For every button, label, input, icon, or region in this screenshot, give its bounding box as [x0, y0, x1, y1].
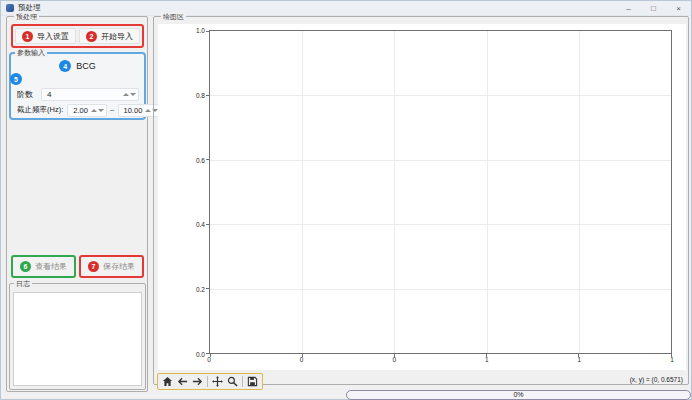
toolbar-separator	[207, 376, 208, 387]
import-buttons-frame: 1 导入设置 2 开始导入	[11, 24, 144, 48]
app-icon	[6, 4, 14, 12]
x-tick-label: 1	[485, 356, 489, 363]
order-row: 阶数 4	[17, 87, 139, 101]
import-settings-label: 导入设置	[37, 31, 69, 42]
cutoff-high-value: 10.00	[124, 106, 143, 115]
window-controls: – □ ×	[616, 1, 691, 16]
cutoff-low-spin-arrows	[91, 109, 104, 112]
signal-type-label: BCG	[76, 61, 96, 71]
spin-down-icon[interactable]	[98, 109, 104, 112]
parameter-group-label: 参数输入	[15, 48, 47, 57]
order-spin-arrows	[123, 93, 136, 96]
log-group: 日志	[9, 283, 146, 390]
save-results-label: 保存结果	[103, 261, 135, 272]
log-output[interactable]	[13, 292, 142, 386]
result-buttons-row: 6 查看结果 7 保存结果	[11, 255, 144, 278]
annotation-badge-4: 4	[59, 60, 71, 72]
plot-nav-toolbar	[157, 373, 263, 390]
cutoff-label: 截止频率(Hz):	[17, 105, 63, 115]
titlebar: 预处理 – □ ×	[1, 1, 691, 16]
back-icon[interactable]	[177, 376, 188, 387]
start-import-label: 开始导入	[101, 31, 133, 42]
preprocess-group: 预处理 1 导入设置 2 开始导入 参数输入 4 BCG 5 阶数 4	[6, 16, 148, 392]
plot-canvas[interactable]: 1.00.80.60.40.20.0 000111	[158, 24, 686, 370]
order-label: 阶数	[17, 89, 33, 100]
y-tick-labels: 1.00.80.60.40.20.0	[158, 30, 205, 354]
y-tick-label: 0.4	[196, 221, 205, 228]
x-tick-label: 0	[207, 356, 211, 363]
order-value: 4	[47, 90, 123, 99]
spin-up-icon[interactable]	[91, 109, 97, 112]
x-tick-label: 0	[392, 356, 396, 363]
app-window: 预处理 – □ × 预处理 1 导入设置 2 开始导入 参数输入 4 BCG	[0, 0, 692, 400]
minimize-button[interactable]: –	[616, 1, 641, 16]
log-group-label: 日志	[14, 279, 32, 288]
pan-icon[interactable]	[212, 376, 223, 387]
forward-icon[interactable]	[192, 376, 203, 387]
start-import-button[interactable]: 2 开始导入	[79, 28, 140, 44]
progress-value: 0%	[513, 391, 523, 399]
plot-area-group: 绘图区 1.00.80.60.40.20.0 000111	[153, 16, 689, 385]
cutoff-row: 截止频率(Hz): 2.00 ~ 10.00	[17, 103, 139, 117]
view-results-label: 查看结果	[35, 261, 67, 272]
maximize-button[interactable]: □	[641, 1, 666, 16]
spin-up-icon[interactable]	[123, 93, 129, 96]
x-tick-label: 1	[578, 356, 582, 363]
cutoff-low-spinbox[interactable]: 2.00	[67, 104, 107, 117]
cursor-coords-readout: (x, y) = (0, 0.6571)	[630, 376, 683, 383]
annotation-badge-1: 1	[22, 31, 33, 42]
home-icon[interactable]	[162, 376, 173, 387]
annotation-badge-7: 7	[88, 261, 99, 272]
annotation-badge-2: 2	[86, 31, 97, 42]
y-tick-label: 0.0	[196, 351, 205, 358]
order-spinbox[interactable]: 4	[41, 88, 139, 101]
range-separator: ~	[110, 106, 115, 115]
close-button[interactable]: ×	[666, 1, 691, 16]
x-tick-label: 0	[300, 356, 304, 363]
preprocess-group-label: 预处理	[14, 12, 39, 21]
parameter-input-group: 参数输入 4 BCG 5 阶数 4 截止频率(Hz): 2.	[9, 52, 146, 120]
save-results-button[interactable]: 7 保存结果	[79, 255, 144, 278]
x-tick-labels: 000111	[209, 356, 672, 365]
y-tick-label: 0.6	[196, 156, 205, 163]
spin-down-icon[interactable]	[130, 93, 136, 96]
x-tick-label: 1	[670, 356, 674, 363]
import-settings-button[interactable]: 1 导入设置	[15, 28, 76, 44]
annotation-badge-6: 6	[20, 261, 31, 272]
plot-group-label: 绘图区	[161, 12, 186, 21]
toolbar-separator	[242, 376, 243, 387]
view-results-button[interactable]: 6 查看结果	[11, 255, 76, 278]
zoom-icon[interactable]	[227, 376, 238, 387]
spin-up-icon[interactable]	[145, 109, 151, 112]
progress-bar: 0%	[346, 390, 691, 400]
y-tick-label: 1.0	[196, 27, 205, 34]
plot-axes[interactable]	[209, 30, 672, 354]
y-tick-label: 0.2	[196, 286, 205, 293]
save-icon[interactable]	[247, 376, 258, 387]
annotation-badge-5: 5	[10, 73, 22, 85]
signal-type-row: 4 BCG	[11, 60, 144, 72]
cutoff-low-value: 2.00	[73, 106, 88, 115]
y-tick-label: 0.8	[196, 91, 205, 98]
